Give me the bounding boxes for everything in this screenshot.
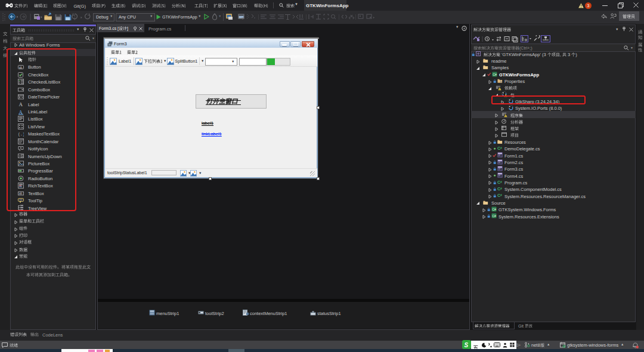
svg-text:C#: C# [497, 146, 502, 151]
svg-text:C#: C# [492, 207, 496, 211]
svg-text:C#: C# [497, 186, 502, 192]
svg-text:C#: C# [493, 72, 497, 76]
svg-text:C#: C# [497, 193, 502, 198]
svg-text:C#: C# [497, 180, 502, 185]
svg-text:C#: C# [492, 214, 496, 218]
